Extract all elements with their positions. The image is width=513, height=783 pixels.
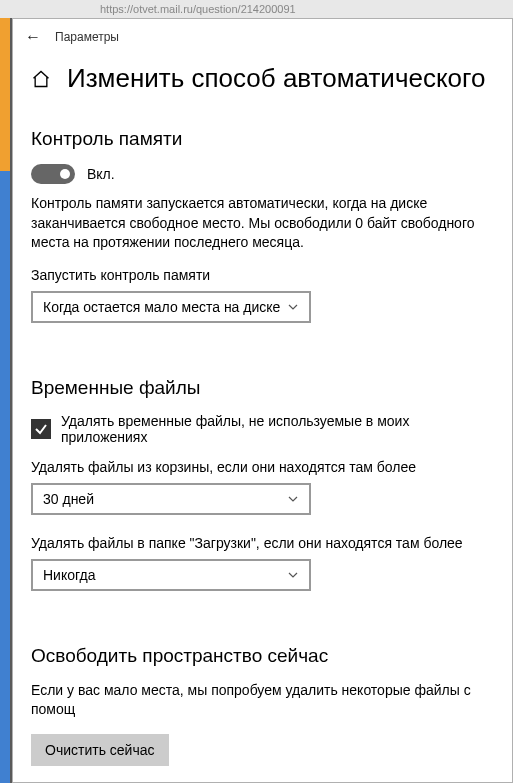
toggle-state-label: Вкл.: [87, 166, 115, 182]
section-temp-files-title: Временные файлы: [31, 377, 494, 399]
delete-temp-files-label: Удалять временные файлы, не используемые…: [61, 413, 494, 445]
chevron-down-icon: [287, 569, 299, 581]
delete-temp-files-row: Удалять временные файлы, не используемые…: [31, 413, 494, 445]
background-strip: [0, 18, 10, 783]
delete-temp-files-checkbox[interactable]: [31, 419, 51, 439]
clean-now-button[interactable]: Очистить сейчас: [31, 734, 169, 766]
section-free-space-title: Освободить пространство сейчас: [31, 645, 494, 667]
storage-sense-description: Контроль памяти запускается автоматическ…: [31, 194, 494, 253]
chevron-down-icon: [287, 493, 299, 505]
dropdown-value: 30 дней: [43, 491, 94, 507]
dropdown-value: Когда остается мало места на диске: [43, 299, 280, 315]
recycle-bin-dropdown[interactable]: 30 дней: [31, 483, 311, 515]
window-title: Параметры: [55, 30, 119, 44]
recycle-bin-label: Удалять файлы из корзины, если они наход…: [31, 459, 494, 475]
downloads-dropdown[interactable]: Никогда: [31, 559, 311, 591]
chevron-down-icon: [287, 301, 299, 313]
window-header: ← Параметры: [13, 19, 512, 55]
back-icon[interactable]: ←: [25, 29, 41, 45]
browser-url-fragment: https://otvet.mail.ru/question/214200091: [0, 0, 513, 18]
storage-sense-toggle-row: Вкл.: [31, 164, 494, 184]
toggle-knob: [60, 169, 70, 179]
free-space-description: Если у вас мало места, мы попробуем удал…: [31, 681, 494, 720]
downloads-label: Удалять файлы в папке "Загрузки", если о…: [31, 535, 494, 551]
home-icon[interactable]: [31, 69, 51, 89]
dropdown-value: Никогда: [43, 567, 95, 583]
page-title: Изменить способ автоматического: [67, 63, 485, 94]
run-storage-sense-dropdown[interactable]: Когда остается мало места на диске: [31, 291, 311, 323]
storage-sense-toggle[interactable]: [31, 164, 75, 184]
content-area: Изменить способ автоматического Контроль…: [13, 63, 512, 783]
settings-window: ← Параметры Изменить способ автоматическ…: [12, 18, 513, 783]
run-storage-sense-label: Запустить контроль памяти: [31, 267, 494, 283]
page-title-row: Изменить способ автоматического: [31, 63, 494, 94]
section-storage-sense-title: Контроль памяти: [31, 128, 494, 150]
